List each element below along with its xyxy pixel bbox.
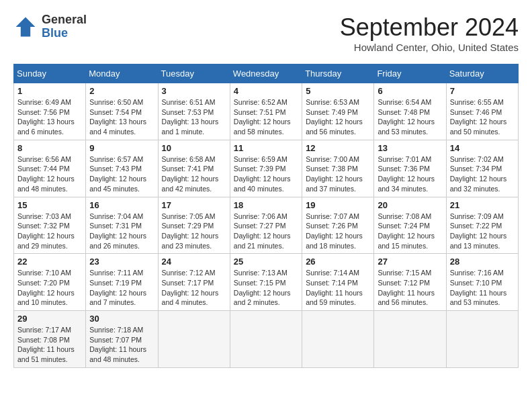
day-number: 10: [162, 143, 226, 153]
calendar-cell: 21Sunrise: 7:09 AMSunset: 7:22 PMDayligh…: [446, 197, 518, 254]
day-info: Sunrise: 7:02 AMSunset: 7:34 PMDaylight:…: [450, 154, 515, 194]
calendar-week-row: 15Sunrise: 7:03 AMSunset: 7:32 PMDayligh…: [14, 197, 519, 254]
day-info: Sunrise: 7:13 AMSunset: 7:15 PMDaylight:…: [234, 268, 298, 308]
day-info: Sunrise: 6:49 AMSunset: 7:56 PMDaylight:…: [17, 97, 82, 137]
calendar-week-row: 8Sunrise: 6:56 AMSunset: 7:44 PMDaylight…: [14, 140, 519, 197]
calendar-cell: 18Sunrise: 7:06 AMSunset: 7:27 PMDayligh…: [230, 197, 302, 254]
logo-general: General: [42, 13, 87, 27]
calendar-cell: 3Sunrise: 6:51 AMSunset: 7:53 PMDaylight…: [158, 83, 230, 140]
title-block: September 2024 Howland Center, Ohio, Uni…: [340, 13, 519, 53]
day-number: 3: [162, 86, 226, 96]
day-number: 21: [450, 200, 515, 210]
day-info: Sunrise: 7:07 AMSunset: 7:26 PMDaylight:…: [306, 212, 370, 251]
calendar-cell: 7Sunrise: 6:55 AMSunset: 7:46 PMDaylight…: [446, 83, 518, 140]
day-number: 22: [17, 257, 82, 267]
calendar-cell: 16Sunrise: 7:04 AMSunset: 7:31 PMDayligh…: [86, 197, 158, 254]
calendar-cell: 1Sunrise: 6:49 AMSunset: 7:56 PMDaylight…: [14, 83, 86, 140]
day-number: 15: [17, 200, 82, 210]
day-info: Sunrise: 7:06 AMSunset: 7:27 PMDaylight:…: [234, 212, 298, 251]
calendar-cell: 22Sunrise: 7:10 AMSunset: 7:20 PMDayligh…: [14, 254, 86, 311]
day-number: 20: [378, 200, 442, 210]
page-header: General Blue September 2024 Howland Cent…: [13, 13, 519, 53]
day-info: Sunrise: 7:04 AMSunset: 7:31 PMDaylight:…: [89, 212, 154, 251]
svg-marker-0: [16, 17, 36, 36]
day-info: Sunrise: 7:10 AMSunset: 7:20 PMDaylight:…: [17, 268, 82, 308]
calendar-cell: [230, 311, 302, 368]
calendar-cell: 5Sunrise: 6:53 AMSunset: 7:49 PMDaylight…: [302, 83, 374, 140]
day-of-week-header: Thursday: [302, 64, 374, 83]
day-info: Sunrise: 6:54 AMSunset: 7:48 PMDaylight:…: [378, 97, 442, 137]
day-info: Sunrise: 7:09 AMSunset: 7:22 PMDaylight:…: [450, 212, 515, 251]
logo-text: General Blue: [42, 13, 87, 40]
calendar-cell: 14Sunrise: 7:02 AMSunset: 7:34 PMDayligh…: [446, 140, 518, 197]
day-of-week-header: Tuesday: [158, 64, 230, 83]
day-info: Sunrise: 7:05 AMSunset: 7:29 PMDaylight:…: [162, 212, 226, 251]
calendar-cell: 23Sunrise: 7:11 AMSunset: 7:19 PMDayligh…: [86, 254, 158, 311]
calendar-cell: 8Sunrise: 6:56 AMSunset: 7:44 PMDaylight…: [14, 140, 86, 197]
calendar-cell: [158, 311, 230, 368]
calendar-cell: 10Sunrise: 6:58 AMSunset: 7:41 PMDayligh…: [158, 140, 230, 197]
calendar-cell: 28Sunrise: 7:16 AMSunset: 7:10 PMDayligh…: [446, 254, 518, 311]
day-info: Sunrise: 7:03 AMSunset: 7:32 PMDaylight:…: [17, 212, 82, 251]
day-number: 6: [378, 86, 442, 96]
day-info: Sunrise: 7:01 AMSunset: 7:36 PMDaylight:…: [378, 154, 442, 194]
logo-blue: Blue: [42, 27, 87, 40]
day-number: 8: [17, 143, 82, 153]
day-info: Sunrise: 7:14 AMSunset: 7:14 PMDaylight:…: [306, 268, 370, 308]
calendar-cell: 26Sunrise: 7:14 AMSunset: 7:14 PMDayligh…: [302, 254, 374, 311]
calendar-cell: 9Sunrise: 6:57 AMSunset: 7:43 PMDaylight…: [86, 140, 158, 197]
calendar-cell: 24Sunrise: 7:12 AMSunset: 7:17 PMDayligh…: [158, 254, 230, 311]
day-info: Sunrise: 6:55 AMSunset: 7:46 PMDaylight:…: [450, 97, 515, 137]
day-info: Sunrise: 6:59 AMSunset: 7:39 PMDaylight:…: [234, 154, 298, 194]
calendar-cell: 30Sunrise: 7:18 AMSunset: 7:07 PMDayligh…: [86, 311, 158, 368]
calendar-cell: 20Sunrise: 7:08 AMSunset: 7:24 PMDayligh…: [374, 197, 446, 254]
day-of-week-header: Friday: [374, 64, 446, 83]
logo: General Blue: [13, 13, 87, 40]
day-of-week-header: Monday: [86, 64, 158, 83]
day-number: 11: [234, 143, 298, 153]
day-number: 18: [234, 200, 298, 210]
day-number: 28: [450, 257, 515, 267]
day-info: Sunrise: 6:53 AMSunset: 7:49 PMDaylight:…: [306, 97, 370, 137]
day-number: 12: [306, 143, 370, 153]
day-number: 30: [89, 314, 154, 324]
day-number: 16: [89, 200, 154, 210]
calendar-week-row: 22Sunrise: 7:10 AMSunset: 7:20 PMDayligh…: [14, 254, 519, 311]
day-number: 5: [306, 86, 370, 96]
day-number: 7: [450, 86, 515, 96]
day-info: Sunrise: 6:57 AMSunset: 7:43 PMDaylight:…: [89, 154, 154, 194]
day-number: 24: [162, 257, 226, 267]
calendar-cell: 6Sunrise: 6:54 AMSunset: 7:48 PMDaylight…: [374, 83, 446, 140]
day-number: 1: [17, 86, 82, 96]
logo-icon: [13, 15, 38, 39]
calendar-cell: 15Sunrise: 7:03 AMSunset: 7:32 PMDayligh…: [14, 197, 86, 254]
location: Howland Center, Ohio, United States: [340, 42, 519, 53]
day-number: 19: [306, 200, 370, 210]
day-info: Sunrise: 7:12 AMSunset: 7:17 PMDaylight:…: [162, 268, 226, 308]
day-number: 27: [378, 257, 442, 267]
day-info: Sunrise: 6:56 AMSunset: 7:44 PMDaylight:…: [17, 154, 82, 194]
calendar-body: 1Sunrise: 6:49 AMSunset: 7:56 PMDaylight…: [14, 83, 519, 368]
calendar-cell: [446, 311, 518, 368]
day-info: Sunrise: 7:16 AMSunset: 7:10 PMDaylight:…: [450, 268, 515, 308]
calendar-week-row: 29Sunrise: 7:17 AMSunset: 7:08 PMDayligh…: [14, 311, 519, 368]
calendar-cell: 17Sunrise: 7:05 AMSunset: 7:29 PMDayligh…: [158, 197, 230, 254]
day-info: Sunrise: 6:58 AMSunset: 7:41 PMDaylight:…: [162, 154, 226, 194]
day-number: 29: [17, 314, 82, 324]
day-of-week-header: Saturday: [446, 64, 518, 83]
day-number: 14: [450, 143, 515, 153]
calendar-week-row: 1Sunrise: 6:49 AMSunset: 7:56 PMDaylight…: [14, 83, 519, 140]
day-info: Sunrise: 6:52 AMSunset: 7:51 PMDaylight:…: [234, 97, 298, 137]
day-info: Sunrise: 7:08 AMSunset: 7:24 PMDaylight:…: [378, 212, 442, 251]
day-info: Sunrise: 6:51 AMSunset: 7:53 PMDaylight:…: [162, 97, 226, 137]
day-number: 4: [234, 86, 298, 96]
day-of-week-header: Wednesday: [230, 64, 302, 83]
calendar-cell: 2Sunrise: 6:50 AMSunset: 7:54 PMDaylight…: [86, 83, 158, 140]
calendar-cell: 29Sunrise: 7:17 AMSunset: 7:08 PMDayligh…: [14, 311, 86, 368]
calendar-cell: 11Sunrise: 6:59 AMSunset: 7:39 PMDayligh…: [230, 140, 302, 197]
calendar-table: SundayMondayTuesdayWednesdayThursdayFrid…: [13, 64, 519, 368]
day-info: Sunrise: 6:50 AMSunset: 7:54 PMDaylight:…: [89, 97, 154, 137]
calendar-cell: 25Sunrise: 7:13 AMSunset: 7:15 PMDayligh…: [230, 254, 302, 311]
day-info: Sunrise: 7:11 AMSunset: 7:19 PMDaylight:…: [89, 268, 154, 308]
day-of-week-header: Sunday: [14, 64, 86, 83]
